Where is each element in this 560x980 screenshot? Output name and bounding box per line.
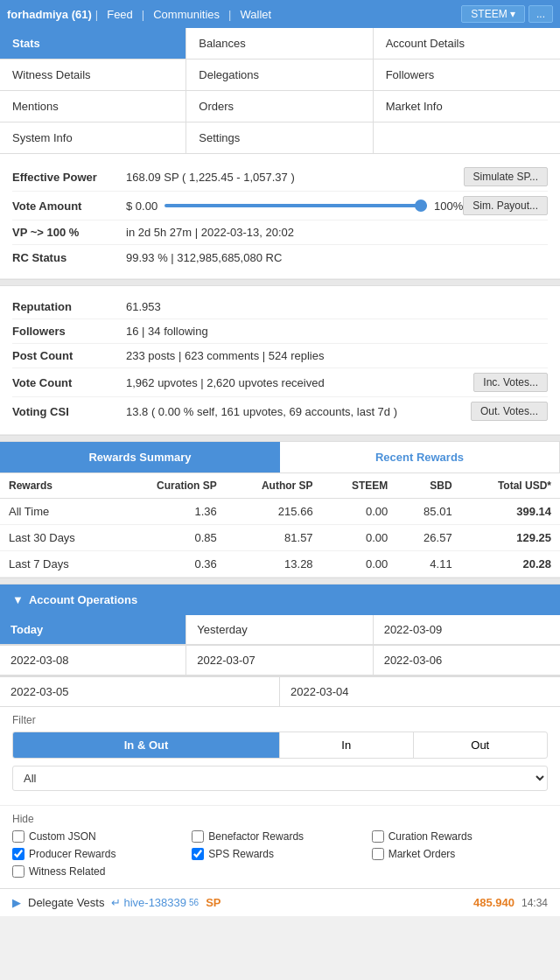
checkbox-producer-rewards-input[interactable]: [12, 848, 24, 860]
tab-recent-rewards[interactable]: Recent Rewards: [280, 442, 560, 472]
value-vote-count: 1,962 upvotes | 2,620 upvotes received: [126, 376, 473, 389]
label-followers: Followers: [12, 325, 126, 338]
date-yesterday[interactable]: Yesterday: [186, 615, 373, 645]
label-vp: VP ~> 100 %: [12, 226, 126, 239]
value-post-count: 233 posts | 623 comments | 524 replies: [126, 349, 548, 362]
filter-tab-out[interactable]: Out: [414, 732, 548, 758]
rewards-sbd-7days: 4.11: [396, 551, 460, 578]
username[interactable]: forhadmiya (61): [7, 8, 92, 21]
more-button[interactable]: ...: [528, 5, 553, 23]
date-grid-container: Today Yesterday 2022-03-09 2022-03-08 20…: [0, 615, 560, 706]
menu-empty: [374, 122, 560, 153]
sp-label: SP: [206, 896, 220, 909]
menu-system-info[interactable]: System Info: [0, 122, 186, 153]
vote-dollar-value: $ 0.00: [126, 200, 158, 213]
date-mar05[interactable]: 2022-03-05: [0, 677, 280, 706]
checkbox-sps-rewards[interactable]: SPS Rewards: [192, 848, 368, 860]
tab-rewards-summary[interactable]: Rewards Summary: [0, 442, 280, 472]
col-total-usd: Total USD*: [461, 473, 560, 499]
date-row-2: 2022-03-08 2022-03-07 2022-03-06: [0, 646, 560, 676]
checkbox-benefactor-rewards[interactable]: Benefactor Rewards: [192, 830, 368, 843]
vote-slider-handle[interactable]: [415, 200, 427, 212]
label-rc: RC Status: [12, 251, 126, 264]
menu-settings[interactable]: Settings: [186, 122, 373, 153]
vote-slider-bar[interactable]: [164, 204, 427, 207]
checkbox-custom-json-input[interactable]: [12, 830, 24, 843]
vote-slider-container[interactable]: $ 0.00 100%: [126, 200, 463, 213]
stats-section-2: Reputation 61.953 Followers 16 | 34 foll…: [0, 286, 560, 435]
sim-payout-button[interactable]: Sim. Payout...: [463, 196, 548, 215]
date-mar07[interactable]: 2022-03-07: [186, 646, 373, 676]
checkbox-custom-json[interactable]: Custom JSON: [12, 830, 188, 843]
simulate-sp-button[interactable]: Simulate SP...: [464, 167, 548, 186]
menu-account-details[interactable]: Account Details: [374, 28, 560, 59]
checkbox-producer-rewards[interactable]: Producer Rewards: [12, 848, 188, 860]
stats-section-1: Effective Power 168.09 SP ( 1,225.45 - 1…: [0, 154, 560, 279]
menu-mentions[interactable]: Mentions: [0, 91, 186, 122]
rewards-author-7days: 13.28: [226, 551, 322, 578]
menu-delegations[interactable]: Delegations: [186, 60, 373, 90]
nav-right: STEEM ▾ ...: [461, 5, 553, 23]
stat-voting-csi: Voting CSI 13.8 ( 0.00 % self, 161 upvot…: [12, 397, 548, 425]
inc-votes-button[interactable]: Inc. Votes...: [473, 373, 548, 392]
menu-followers[interactable]: Followers: [374, 60, 560, 90]
filter-select[interactable]: All: [12, 766, 548, 791]
menu-witness-details[interactable]: Witness Details: [0, 60, 186, 90]
checkbox-market-orders[interactable]: Market Orders: [372, 848, 548, 860]
date-today[interactable]: Today: [0, 615, 186, 645]
menu-row-3: Mentions Orders Market Info: [0, 91, 560, 122]
rewards-curation-alltime: 1.36: [117, 499, 226, 525]
checkbox-benefactor-rewards-input[interactable]: [192, 830, 204, 843]
date-mar09[interactable]: 2022-03-09: [374, 615, 560, 645]
rewards-total-7days: 20.28: [461, 551, 560, 578]
checkbox-curation-rewards-input[interactable]: [372, 830, 384, 843]
rewards-total-alltime: 399.14: [461, 499, 560, 525]
label-reputation: Reputation: [12, 300, 126, 313]
rewards-table: Rewards Curation SP Author SP STEEM SBD …: [0, 473, 560, 578]
stat-effective-power: Effective Power 168.09 SP ( 1,225.45 - 1…: [12, 163, 548, 192]
checkbox-witness-related[interactable]: Witness Related: [12, 865, 188, 878]
menu-stats[interactable]: Stats: [0, 28, 186, 59]
nav-link-communities[interactable]: Communities: [148, 6, 225, 23]
checkbox-curation-rewards[interactable]: Curation Rewards: [372, 830, 548, 843]
checkbox-producer-rewards-label: Producer Rewards: [29, 848, 116, 860]
filter-label: Filter: [12, 714, 548, 726]
menu-market-info[interactable]: Market Info: [374, 91, 560, 122]
steem-button[interactable]: STEEM ▾: [461, 5, 525, 23]
rewards-row-30days: Last 30 Days 0.85 81.57 0.00 26.57 129.2…: [0, 525, 560, 551]
menu-balances[interactable]: Balances: [186, 28, 373, 59]
chain-link[interactable]: ↵ hive-138339 56: [111, 896, 199, 909]
date-mar06[interactable]: 2022-03-06: [374, 646, 560, 676]
nav-link-feed[interactable]: Feed: [102, 6, 138, 23]
label-voting-csi: Voting CSI: [12, 405, 126, 418]
date-mar04[interactable]: 2022-03-04: [280, 677, 560, 706]
rewards-steem-alltime: 0.00: [322, 499, 397, 525]
checkbox-witness-related-label: Witness Related: [29, 865, 105, 878]
checkbox-witness-related-input[interactable]: [12, 865, 24, 878]
expand-icon[interactable]: ▶: [12, 896, 21, 909]
section-divider-1: [0, 279, 560, 286]
rewards-steem-7days: 0.00: [322, 551, 397, 578]
menu-grid: Stats Balances Account Details Witness D…: [0, 28, 560, 154]
rewards-curation-30days: 0.85: [117, 525, 226, 551]
time-value: 14:34: [522, 897, 548, 909]
checkbox-market-orders-input[interactable]: [372, 848, 384, 860]
date-mar08[interactable]: 2022-03-08: [0, 646, 186, 676]
chain-sup: 56: [189, 898, 199, 907]
checkbox-sps-rewards-input[interactable]: [192, 848, 204, 860]
out-votes-button[interactable]: Out. Votes...: [471, 402, 548, 421]
stat-rc: RC Status 99.93 % | 312,985,685,080 RC: [12, 245, 548, 270]
nav-link-wallet[interactable]: Wallet: [234, 6, 276, 23]
filter-tab-in[interactable]: In: [280, 732, 414, 758]
col-author-sp: Author SP: [226, 473, 322, 499]
filter-tab-in-out[interactable]: In & Out: [13, 732, 280, 758]
stat-vp: VP ~> 100 % in 2d 5h 27m | 2022-03-13, 2…: [12, 220, 548, 245]
chain-icon: ↵: [111, 896, 121, 909]
chain-name[interactable]: hive-138339: [123, 896, 186, 909]
hide-label: Hide: [12, 813, 548, 825]
menu-orders[interactable]: Orders: [186, 91, 373, 122]
col-curation-sp: Curation SP: [117, 473, 226, 499]
col-rewards: Rewards: [0, 473, 117, 499]
hide-section: Hide Custom JSON Benefactor Rewards Cura…: [0, 805, 560, 888]
value-voting-csi: 13.8 ( 0.00 % self, 161 upvotes, 69 acco…: [126, 405, 471, 418]
